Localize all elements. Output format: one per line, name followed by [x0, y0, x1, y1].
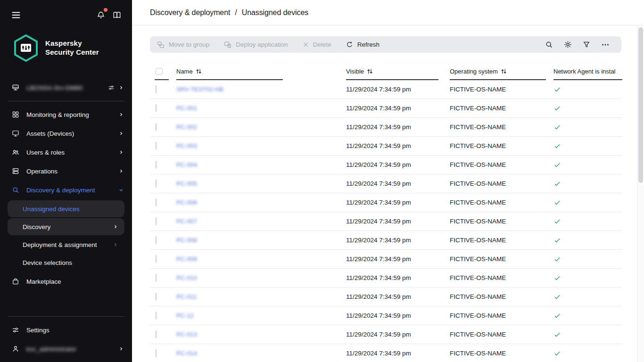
filter-button[interactable] — [577, 36, 596, 53]
os-cell: FICTIVE-OS-NAME — [450, 237, 553, 244]
vertical-scrollbar[interactable] — [637, 25, 644, 362]
row-checkbox-cell — [150, 312, 176, 319]
sliders-icon — [11, 326, 20, 334]
row-checkbox[interactable] — [156, 85, 157, 93]
agent-cell — [553, 180, 622, 188]
table-row: PC-005 11/29/2024 7:34:59 pm FICTIVE-OS-… — [150, 174, 622, 193]
book-icon — [112, 10, 122, 20]
chevron-right-icon — [118, 346, 124, 352]
device-name-link[interactable]: PC-010 — [176, 274, 197, 281]
sort-icon — [196, 68, 202, 74]
search-button[interactable] — [539, 36, 558, 53]
checkmark-icon — [553, 350, 622, 357]
sidebar-item-server[interactable]: LBCNSA-Srv-DM80 — [0, 78, 132, 97]
sidebar-item-settings[interactable]: Settings — [0, 321, 132, 339]
delete-button[interactable]: Delete — [302, 41, 331, 48]
sidebar-item-monitoring[interactable]: Monitoring & reporting — [0, 105, 132, 124]
app-title: Kaspersky Security Center — [45, 39, 99, 57]
sidebar-item-operations[interactable]: Operations — [0, 162, 132, 181]
sidebar-item-label: Discovery & deployment — [26, 187, 118, 194]
row-checkbox[interactable] — [156, 180, 157, 188]
device-name-link[interactable]: PC-013 — [176, 331, 197, 338]
device-name-link[interactable]: PC-005 — [176, 180, 197, 187]
select-all-checkbox[interactable] — [156, 68, 163, 75]
column-header-name[interactable]: Name — [176, 62, 346, 80]
sidebar-item-discovery[interactable]: Discovery — [8, 218, 124, 235]
row-checkbox[interactable] — [156, 142, 157, 150]
row-checkbox[interactable] — [156, 312, 157, 320]
row-checkbox[interactable] — [156, 161, 157, 169]
hamburger-menu-button[interactable] — [9, 8, 23, 22]
device-name-link[interactable]: PC-003 — [176, 142, 197, 149]
search-icon — [545, 40, 553, 49]
column-settings-button[interactable] — [558, 36, 577, 53]
move-to-group-button[interactable]: Move to group — [157, 41, 209, 49]
sidebar-item-deployment-assignment[interactable]: Deployment & assignment — [8, 236, 124, 253]
shopping-bag-icon — [11, 277, 20, 286]
os-cell: FICTIVE-OS-NAME — [450, 142, 553, 149]
sidebar-item-assets[interactable]: Assets (Devices) — [0, 124, 132, 143]
user-name-redacted: ksc_administrator — [26, 346, 118, 353]
breadcrumb-parent[interactable]: Discovery & deployment — [150, 8, 230, 16]
user-icon — [11, 345, 20, 353]
deploy-application-button[interactable]: Deploy application — [223, 41, 288, 49]
device-name-link[interactable]: SRV-TEST02-HB — [176, 86, 223, 93]
help-docs-button[interactable] — [110, 8, 124, 22]
device-name-link[interactable]: PC-12 — [176, 312, 194, 319]
sidebar-child-label: Device selections — [23, 259, 119, 266]
agent-cell — [553, 293, 622, 301]
sidebar-item-marketplace[interactable]: Marketplace — [0, 272, 132, 291]
device-name-link[interactable]: PC-011 — [176, 293, 197, 300]
visible-cell: 11/29/2024 7:34:59 pm — [346, 293, 450, 300]
row-checkbox[interactable] — [156, 104, 157, 112]
os-cell: FICTIVE-OS-NAME — [450, 274, 553, 281]
row-checkbox[interactable] — [156, 198, 157, 206]
device-name-link[interactable]: PC-014 — [176, 350, 197, 357]
sidebar-item-users[interactable]: Users & roles — [0, 143, 132, 162]
column-header-network-agent[interactable]: Network Agent is instal — [553, 62, 622, 80]
row-checkbox[interactable] — [156, 349, 157, 357]
chevron-right-icon — [118, 84, 124, 91]
row-checkbox[interactable] — [156, 123, 157, 131]
table-row: PC-011 11/29/2024 7:34:59 pm FICTIVE-OS-… — [150, 288, 622, 306]
notifications-button[interactable] — [94, 8, 107, 22]
device-name-link[interactable]: PC-006 — [176, 199, 197, 206]
column-header-os[interactable]: Operating system — [450, 62, 553, 80]
row-checkbox[interactable] — [156, 236, 157, 244]
row-checkbox[interactable] — [156, 255, 157, 263]
column-header-visible[interactable]: Visible — [346, 62, 450, 80]
chevron-down-icon — [118, 187, 124, 193]
breadcrumb-separator: / — [235, 8, 237, 16]
name-cell: PC-009 — [176, 255, 346, 263]
app-logo: Kaspersky Security Center — [13, 34, 132, 62]
visible-cell: 11/29/2024 7:34:59 pm — [346, 86, 450, 93]
device-name-link[interactable]: PC-008 — [176, 237, 197, 244]
row-checkbox-cell — [150, 142, 176, 149]
row-checkbox[interactable] — [156, 293, 157, 301]
chevron-right-icon — [118, 111, 124, 118]
device-name-link[interactable]: PC-001 — [176, 105, 197, 112]
os-cell: FICTIVE-OS-NAME — [450, 105, 553, 112]
server-properties-icon[interactable] — [107, 84, 115, 91]
sidebar-item-unassigned-devices[interactable]: Unassigned devices — [8, 200, 124, 217]
device-name-link[interactable]: PC-004 — [176, 161, 197, 168]
sidebar-item-user-account[interactable]: ksc_administrator — [0, 339, 132, 358]
table-row: PC-013 11/29/2024 7:34:59 pm FICTIVE-OS-… — [150, 325, 622, 344]
row-checkbox[interactable] — [156, 217, 157, 225]
row-checkbox[interactable] — [156, 274, 157, 282]
page-header: Discovery & deployment/Unassigned device… — [132, 0, 644, 25]
close-icon — [302, 41, 309, 48]
sidebar-child-label: Unassigned devices — [23, 206, 119, 213]
table-row: SRV-TEST02-HB 11/29/2024 7:34:59 pm FICT… — [150, 80, 622, 99]
device-name-link[interactable]: PC-007 — [176, 218, 197, 225]
sidebar-item-device-selections[interactable]: Device selections — [8, 254, 124, 271]
row-checkbox-cell — [150, 255, 176, 263]
sidebar-item-discovery-deployment[interactable]: Discovery & deployment — [0, 181, 132, 199]
row-checkbox[interactable] — [156, 330, 157, 338]
device-name-link[interactable]: PC-002 — [176, 123, 197, 131]
scrollbar-thumb[interactable] — [638, 27, 643, 183]
device-name-link[interactable]: PC-009 — [176, 255, 197, 263]
more-actions-button[interactable] — [596, 36, 615, 53]
refresh-button[interactable]: Refresh — [346, 41, 380, 49]
button-label: Delete — [313, 41, 331, 48]
